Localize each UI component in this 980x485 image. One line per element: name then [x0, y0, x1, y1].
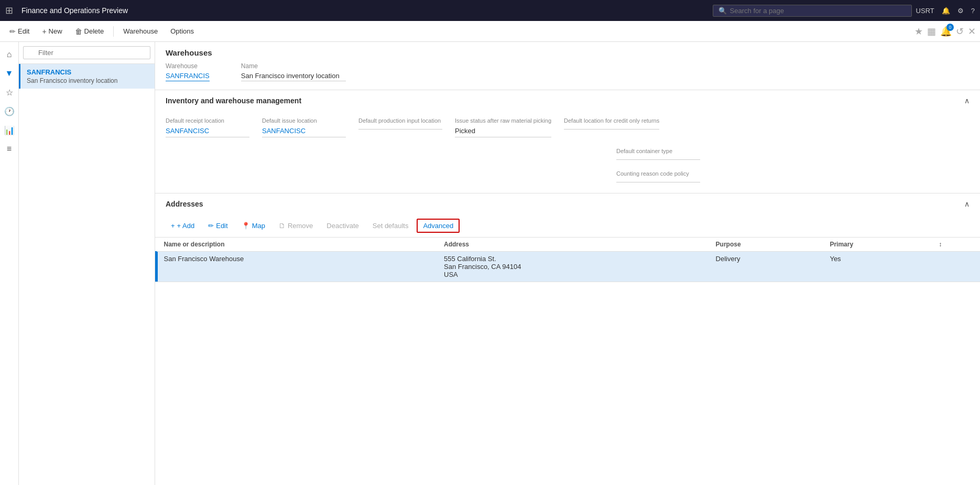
warehouses-title: Warehouses — [166, 48, 970, 57]
addresses-toolbar: + + Add ✏ Edit 📍 Map 🗋 Remove Deactivate — [155, 214, 980, 238]
plus-icon: + — [42, 27, 46, 36]
col-name: Name or description — [158, 238, 438, 252]
warehouse-field-value[interactable]: SANFRANCIS — [166, 72, 210, 81]
addresses-table-header-row: Name or description Address Purpose Prim… — [156, 238, 981, 252]
col-sort: ↕ — [932, 238, 980, 252]
default-receipt-label: Default receipt location — [166, 117, 249, 124]
issue-status-label: Issue status after raw material picking — [455, 117, 551, 124]
close-icon[interactable]: ✕ — [968, 26, 976, 37]
addresses-section: Addresses ∧ + + Add ✏ Edit 📍 Map 🗋 — [155, 193, 980, 282]
search-input[interactable] — [730, 7, 906, 15]
default-production-field: Default production input location — [358, 117, 442, 137]
list-item-description: San Francisco inventory location — [27, 77, 148, 84]
add-address-button[interactable]: + + Add — [166, 220, 200, 232]
settings-icon[interactable]: ⚙ — [957, 7, 964, 15]
name-field-value: San Francisco inventory location — [241, 72, 346, 81]
recent-icon[interactable]: 🕐 — [1, 103, 18, 120]
col-address: Address — [438, 238, 710, 252]
row-purpose: Delivery — [710, 252, 824, 282]
warehouse-field-group: Warehouse SANFRANCIS — [166, 62, 210, 81]
addresses-table-body: San Francisco Warehouse 555 California S… — [156, 252, 981, 282]
list-item-id: SANFRANCIS — [27, 68, 148, 76]
addresses-table-head: Name or description Address Purpose Prim… — [156, 238, 981, 252]
default-receipt-value[interactable]: SANFANCISC — [166, 127, 249, 137]
delete-icon: 🗑 — [75, 27, 82, 36]
filter-icon[interactable]: ▼ — [1, 65, 18, 82]
search-bar[interactable]: 🔍 — [713, 5, 912, 17]
warehouse-button[interactable]: Warehouse — [118, 25, 163, 37]
sidebar-icons: ⌂ ▼ ☆ 🕐 📊 ≡ — [0, 42, 19, 485]
default-issue-label: Default issue location — [262, 117, 346, 124]
map-icon: 📍 — [242, 222, 250, 230]
container-type-label: Default container type — [616, 148, 700, 154]
name-field-group: Name San Francisco inventory location — [241, 62, 346, 81]
chart-icon[interactable]: 📊 — [1, 122, 18, 138]
home-icon[interactable]: ⌂ — [1, 46, 18, 63]
inventory-fields-grid: Default receipt location SANFANCISC Defa… — [166, 117, 970, 137]
default-issue-value[interactable]: SANFANCISC — [262, 127, 346, 137]
add-icon: + — [171, 222, 175, 230]
main-toolbar: ✏ Edit + New 🗑 Delete Warehouse Options … — [0, 21, 980, 42]
addresses-section-title: Addresses — [166, 200, 203, 208]
credit-returns-field: Default location for credit only returns — [564, 117, 659, 137]
addresses-table-container: Name or description Address Purpose Prim… — [155, 238, 980, 282]
edit-address-button[interactable]: ✏ Edit — [203, 220, 233, 232]
user-label: USRT — [916, 7, 934, 15]
remove-button[interactable]: 🗋 Remove — [274, 220, 318, 232]
new-button[interactable]: + New — [37, 25, 67, 38]
default-production-value — [358, 127, 442, 130]
deactivate-button[interactable]: Deactivate — [321, 220, 364, 232]
row-sort-cell — [932, 252, 980, 282]
table-row[interactable]: San Francisco Warehouse 555 California S… — [156, 252, 981, 282]
credit-returns-label: Default location for credit only returns — [564, 117, 659, 124]
addresses-section-header[interactable]: Addresses ∧ — [155, 193, 980, 214]
default-issue-field: Default issue location SANFANCISC — [262, 117, 346, 137]
warehouse-field-label: Warehouse — [166, 62, 210, 70]
filter-wrapper: 🔍 — [23, 46, 150, 59]
edit-button[interactable]: ✏ Edit — [4, 25, 35, 38]
addresses-collapse-icon[interactable]: ∧ — [964, 200, 970, 208]
issue-status-field: Issue status after raw material picking … — [455, 117, 551, 137]
col-purpose: Purpose — [710, 238, 824, 252]
warehouse-fields-row: Warehouse SANFRANCIS Name San Francisco … — [166, 62, 970, 81]
grid-icon[interactable]: ⊞ — [5, 5, 13, 16]
list-icon[interactable]: ≡ — [1, 141, 18, 157]
view-icon[interactable]: ▦ — [927, 26, 936, 37]
app-title: Finance and Operations Preview — [21, 6, 709, 15]
star-icon[interactable]: ☆ — [1, 84, 18, 101]
warehouses-header: Warehouses Warehouse SANFRANCIS Name San… — [155, 42, 980, 90]
notification-badge: 0 — [946, 24, 954, 31]
edit-addr-icon: ✏ — [208, 222, 214, 230]
issue-status-value: Picked — [455, 127, 551, 137]
counting-policy-value — [616, 180, 700, 182]
inventory-fields-grid-3: Counting reason code policy — [166, 170, 970, 182]
delete-button[interactable]: 🗑 Delete — [70, 25, 110, 38]
container-type-value — [616, 157, 700, 160]
inventory-section-header[interactable]: Inventory and warehouse management ∧ — [155, 90, 980, 111]
remove-icon: 🗋 — [279, 222, 286, 230]
row-address: 555 California St. San Francisco, CA 941… — [438, 252, 710, 282]
notification-icon[interactable]: 🔔0 — [940, 26, 952, 37]
row-primary: Yes — [823, 252, 932, 282]
nav-right: USRT 🔔 ⚙ ? — [916, 7, 975, 15]
bell-icon[interactable]: 🔔 — [942, 7, 950, 15]
addresses-table: Name or description Address Purpose Prim… — [155, 238, 980, 282]
favorites-icon[interactable]: ★ — [914, 26, 923, 37]
counting-policy-field: Counting reason code policy — [616, 170, 700, 182]
top-nav: ⊞ Finance and Operations Preview 🔍 USRT … — [0, 0, 980, 21]
inventory-collapse-icon[interactable]: ∧ — [964, 96, 970, 105]
map-button[interactable]: 📍 Map — [236, 220, 270, 232]
refresh-icon[interactable]: ↺ — [956, 26, 964, 37]
list-item[interactable]: SANFRANCIS San Francisco inventory locat… — [19, 64, 155, 89]
set-defaults-button[interactable]: Set defaults — [367, 220, 414, 232]
filter-input[interactable] — [23, 46, 150, 59]
counting-policy-label: Counting reason code policy — [616, 170, 700, 177]
inventory-section-title: Inventory and warehouse management — [166, 96, 301, 105]
default-production-label: Default production input location — [358, 117, 442, 124]
search-icon: 🔍 — [718, 7, 727, 15]
advanced-button[interactable]: Advanced — [417, 219, 460, 233]
help-icon[interactable]: ? — [971, 7, 975, 15]
inventory-section-content: Default receipt location SANFANCISC Defa… — [155, 111, 980, 193]
edit-icon: ✏ — [9, 27, 16, 36]
options-button[interactable]: Options — [165, 25, 199, 37]
